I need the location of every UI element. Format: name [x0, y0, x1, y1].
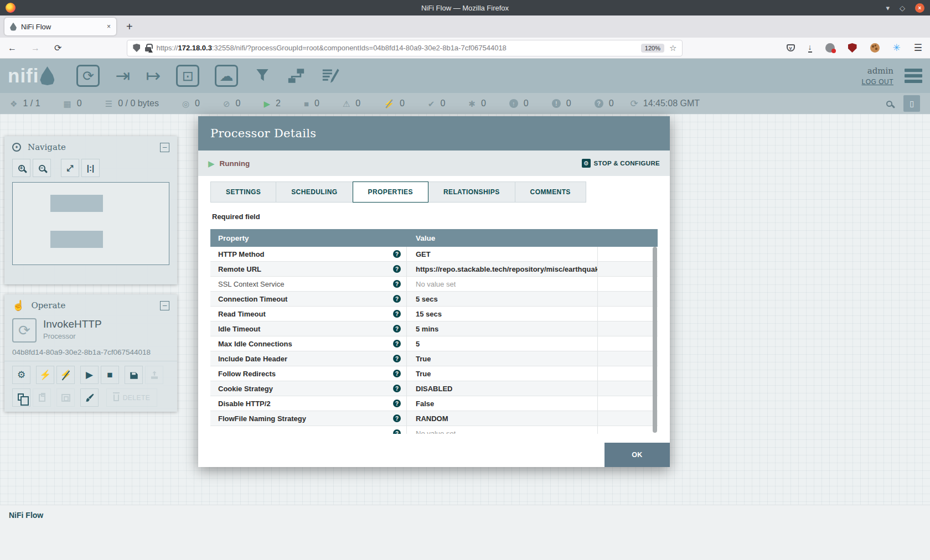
global-menu-icon[interactable]	[905, 69, 922, 83]
property-row[interactable]: Connection Timeout?5 secs	[210, 292, 658, 307]
help-icon[interactable]: ?	[393, 429, 401, 434]
zoom-out-button[interactable]: −	[33, 159, 51, 177]
downloads-icon[interactable]: ↓	[808, 43, 812, 53]
help-icon[interactable]: ?	[393, 265, 401, 273]
status-count: 0	[195, 98, 200, 108]
property-row[interactable]: Max Idle Connections?5	[210, 336, 658, 351]
help-icon[interactable]: ?	[393, 250, 401, 258]
pocket-icon[interactable]: v	[787, 44, 795, 51]
tab-scheduling[interactable]: SCHEDULING	[276, 182, 353, 203]
paste-button[interactable]	[33, 388, 51, 407]
tab-relationships[interactable]: RELATIONSHIPS	[428, 182, 515, 203]
window-close-icon[interactable]: ×	[915, 3, 924, 13]
tab-comments[interactable]: COMMENTS	[515, 182, 586, 203]
back-button[interactable]: ←	[8, 43, 17, 53]
property-row[interactable]: FlowFile Naming Strategy?RANDOM	[210, 411, 658, 426]
help-icon[interactable]: ?	[393, 414, 401, 422]
stop-and-configure-button[interactable]: ⚙ STOP & CONFIGURE	[582, 159, 660, 168]
birdseye-minimap[interactable]	[12, 182, 169, 265]
page-zoom-badge[interactable]: 120%	[641, 44, 664, 53]
extension-icon[interactable]: ✳	[893, 43, 901, 53]
window-minimize-icon[interactable]: ▾	[886, 4, 890, 12]
status-stale: ↑0	[509, 98, 529, 108]
status-count: 0 / 0 bytes	[118, 98, 159, 108]
row-extra-cell	[598, 396, 658, 411]
template-icon[interactable]	[287, 66, 306, 85]
url-bar[interactable]: https://172.18.0.3:32558/nifi/?processGr…	[127, 40, 683, 56]
change-color-button[interactable]	[80, 388, 99, 407]
copy-button[interactable]	[12, 388, 30, 407]
status-count: 2	[276, 98, 281, 108]
property-row[interactable]: Follow Redirects?True	[210, 366, 658, 381]
property-row[interactable]: Cookie Strategy?DISABLED	[210, 381, 658, 396]
tab-properties[interactable]: PROPERTIES	[353, 182, 428, 203]
create-template-button[interactable]	[125, 366, 143, 384]
browser-tab[interactable]: NiFi Flow ×	[4, 18, 116, 35]
breadcrumb[interactable]: NiFi Flow	[9, 511, 43, 520]
cookie-extension-icon[interactable]	[870, 43, 880, 53]
logout-link[interactable]: LOG OUT	[861, 78, 893, 86]
collapse-navigate-button[interactable]: −	[160, 143, 169, 152]
funnel-icon[interactable]	[254, 67, 271, 85]
tab-title: NiFi Flow	[21, 23, 102, 31]
configure-button[interactable]: ⚙	[12, 366, 30, 384]
new-tab-button[interactable]: +	[123, 20, 136, 33]
reload-button[interactable]: ⟳	[54, 43, 61, 53]
process-group-icon[interactable]: ⊡	[176, 65, 199, 87]
row-extra-cell	[598, 307, 658, 321]
help-icon[interactable]: ?	[393, 400, 401, 407]
forward-button[interactable]: →	[31, 43, 40, 53]
processor-icon[interactable]: ⟳	[76, 65, 100, 87]
stop-button[interactable]: ■	[101, 366, 119, 384]
table-scrollbar[interactable]	[653, 247, 657, 433]
property-value: No value set	[416, 429, 456, 434]
property-row[interactable]: Read Timeout?15 secs	[210, 307, 658, 322]
help-icon[interactable]: ?	[393, 325, 401, 333]
url-text[interactable]: https://172.18.0.3:32558/nifi/?processGr…	[156, 44, 636, 52]
property-row[interactable]: HTTP Method?GET	[210, 247, 658, 262]
collapse-operate-button[interactable]: −	[160, 301, 169, 310]
refresh-icon[interactable]: ⟳	[631, 99, 638, 108]
help-icon[interactable]: ?	[393, 370, 401, 377]
property-row[interactable]: ?No value set	[210, 426, 658, 434]
property-row[interactable]: Idle Timeout?5 mins	[210, 322, 658, 336]
property-row[interactable]: Remote URL?https://repo.stackable.tech/r…	[210, 262, 658, 277]
lock-warning-icon[interactable]	[145, 47, 151, 51]
delete-button[interactable]: DELETE	[106, 388, 157, 407]
row-extra-cell	[598, 366, 658, 381]
bookmark-star-icon[interactable]: ☆	[669, 43, 676, 53]
start-button[interactable]: ▶	[80, 366, 99, 384]
help-icon[interactable]: ?	[393, 340, 401, 348]
ok-button[interactable]: OK	[604, 443, 670, 467]
input-port-icon[interactable]: ⇥	[115, 67, 130, 85]
zoom-actual-size-button[interactable]: |:|	[81, 159, 100, 177]
window-maximize-icon[interactable]: ◇	[900, 4, 905, 12]
output-port-icon[interactable]: ↦	[146, 67, 161, 85]
help-icon[interactable]: ?	[393, 295, 401, 303]
tab-close-icon[interactable]: ×	[107, 23, 111, 30]
property-row[interactable]: Disable HTTP/2?False	[210, 396, 658, 411]
tracking-shield-icon[interactable]	[133, 44, 140, 52]
label-icon[interactable]	[321, 66, 340, 85]
enable-button[interactable]: ⚡	[36, 366, 54, 384]
status-history-button[interactable]: ▯	[903, 95, 920, 112]
ublock-extension-icon[interactable]	[848, 43, 857, 53]
tab-settings[interactable]: SETTINGS	[210, 182, 276, 203]
property-row[interactable]: Include Date Header?True	[210, 351, 658, 366]
privacy-extension-icon[interactable]	[825, 43, 835, 53]
upload-template-button[interactable]	[145, 366, 163, 384]
help-icon[interactable]: ?	[393, 355, 401, 362]
property-name: Connection Timeout	[218, 295, 393, 303]
group-button[interactable]	[56, 388, 75, 407]
browser-menu-icon[interactable]: ☰	[914, 42, 922, 54]
zoom-in-button[interactable]: +	[12, 159, 30, 177]
help-icon[interactable]: ?	[393, 310, 401, 318]
zoom-fit-button[interactable]: ⤢	[61, 159, 79, 177]
row-extra-cell	[598, 247, 658, 261]
property-row[interactable]: SSL Context Service?No value set	[210, 277, 658, 292]
search-icon[interactable]	[886, 101, 892, 107]
disable-button[interactable]: ⚡	[56, 366, 75, 384]
remote-process-group-icon[interactable]: ☁	[215, 65, 238, 87]
help-icon[interactable]: ?	[393, 280, 401, 288]
help-icon[interactable]: ?	[393, 385, 401, 392]
